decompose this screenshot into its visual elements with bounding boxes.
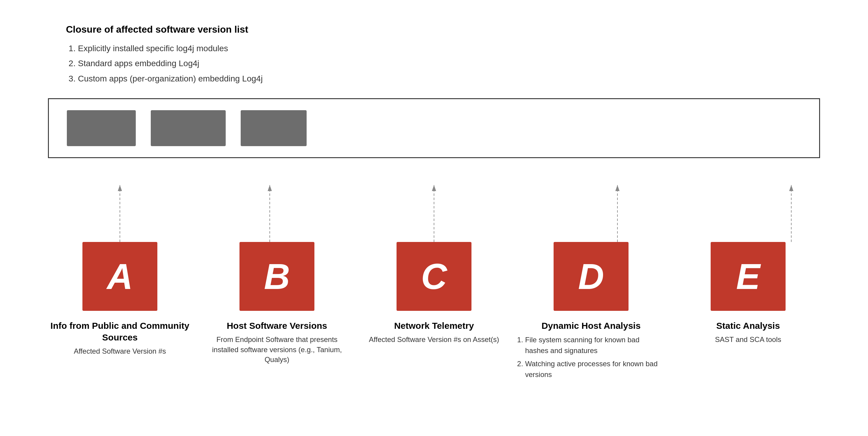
gray-rect-3 [241,110,307,146]
gray-rect-2 [151,110,226,146]
gray-rect-1 [67,110,136,146]
node-c-subtitle: Affected Software Version #s on Asset(s) [369,334,499,345]
node-c-letter: C [421,256,447,297]
list-item-1: Explicitly installed specific log4j modu… [78,41,820,56]
list-item-3: Custom apps (per-organization) embedding… [78,71,820,86]
node-c-title: Network Telemetry [394,320,474,332]
node-d-title: Dynamic Host Analysis [541,320,641,332]
node-e-title: Static Analysis [716,320,780,332]
node-d-list-item-2: Watching active processes for known bad … [525,359,663,380]
node-b-subtitle: From Endpoint Software that presents ins… [205,334,349,365]
node-e: E Static Analysis SAST and SCA tools [676,242,820,345]
node-d-list-item-1: File system scanning for known bad hashe… [525,334,663,356]
red-box-c: C [397,242,471,311]
node-b: B Host Software Versions From Endpoint S… [205,242,349,365]
arrows-nodes-section: A Info from Public and Community Sources… [48,182,820,392]
node-d-letter: D [578,256,604,297]
node-a-subtitle: Affected Software Version #s [74,346,166,356]
node-d: D Dynamic Host Analysis File system scan… [519,242,663,382]
main-container: Closure of affected software version lis… [48,24,820,392]
node-e-letter: E [736,256,760,297]
box-container [48,98,820,158]
closure-title: Closure of affected software version lis… [66,24,820,35]
node-d-list: File system scanning for known bad hashe… [519,334,663,382]
red-box-b: B [240,242,314,311]
red-box-e: E [711,242,785,311]
node-a-title: Info from Public and Community Sources [48,320,192,343]
node-e-subtitle: SAST and SCA tools [715,334,781,345]
red-box-a: A [83,242,157,311]
node-a: A Info from Public and Community Sources… [48,242,192,356]
node-c: C Network Telemetry Affected Software Ve… [362,242,506,345]
nodes-row: A Info from Public and Community Sources… [48,242,820,382]
node-b-title: Host Software Versions [226,320,327,332]
header-section: Closure of affected software version lis… [48,24,820,86]
red-box-d: D [554,242,628,311]
list-item-2: Standard apps embedding Log4j [78,56,820,71]
closure-list: Explicitly installed specific log4j modu… [66,41,820,86]
node-a-letter: A [107,256,133,297]
node-b-letter: B [264,256,290,297]
